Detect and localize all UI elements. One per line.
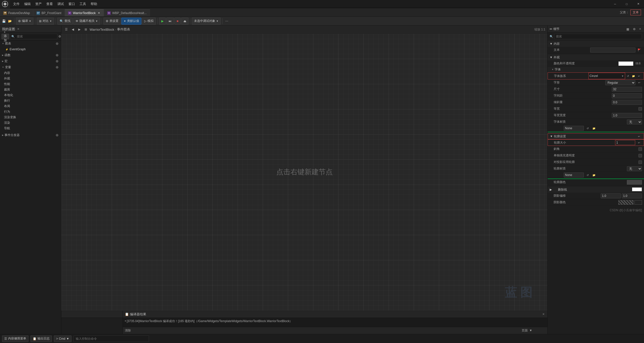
menu-debug[interactable]: 调试 <box>55 1 66 8</box>
menu-view[interactable]: 查看 <box>44 1 55 8</box>
event-dispatcher-section-header[interactable]: ▶ 事件分发器 ⊕ <box>0 132 61 138</box>
prop-font-material-refresh[interactable]: ↺ <box>585 126 590 131</box>
macros-add[interactable]: ⊕ <box>55 59 59 63</box>
event-table-back[interactable]: ◀ <box>70 27 75 32</box>
outline-section-header[interactable]: ▼ 轮廓设置 ↩ <box>548 133 644 139</box>
prop-mono-width-input[interactable] <box>612 113 642 118</box>
functions-section-header[interactable]: ▶ 函数 ⊕ <box>0 52 61 58</box>
toolbar-browse-icon[interactable]: 📂 <box>7 18 13 24</box>
macros-section-header[interactable]: ▶ 宏 ⊕ <box>0 58 61 64</box>
var-render[interactable]: 渲染 <box>0 120 61 125</box>
variables-add[interactable]: ⊕ <box>55 65 59 69</box>
prop-color-swatch[interactable] <box>618 61 633 66</box>
simulate-button[interactable]: ▷ 模拟 <box>142 18 156 25</box>
menu-file[interactable]: 文件 <box>11 1 22 8</box>
menu-help[interactable]: 帮助 <box>89 1 99 8</box>
add-button[interactable]: + 添加 <box>2 34 9 39</box>
prop-outline-material-refresh[interactable]: ↺ <box>585 173 590 178</box>
prop-font-material-input[interactable] <box>564 126 584 131</box>
prop-shadow-offset-x[interactable] <box>601 193 621 198</box>
functions-add[interactable]: ⊕ <box>55 53 59 57</box>
tab-warrior[interactable]: W WarriorTextBlock ✕ <box>65 9 104 16</box>
graphs-add[interactable]: ⊕ <box>55 41 59 46</box>
prop-sep-fill-checkbox[interactable] <box>638 154 642 157</box>
prop-outline-material-folder[interactable]: 📁 <box>591 173 597 178</box>
var-nav[interactable]: 导航 <box>0 125 61 131</box>
prop-font-size-input[interactable] <box>612 87 642 92</box>
var-performance[interactable]: 性能 <box>0 81 61 87</box>
event-table-grid[interactable]: ⊞ <box>83 27 89 32</box>
content-section-header[interactable]: ▼ 内容 <box>548 41 644 47</box>
prop-outline-size-input[interactable] <box>615 140 635 145</box>
var-behavior[interactable]: 行为 <box>0 109 61 114</box>
var-layout[interactable]: 布局 <box>0 103 61 109</box>
var-appearance[interactable]: 外观 <box>0 76 61 81</box>
tab-featdev[interactable]: 🗺 FeatureDevMap <box>0 9 33 16</box>
right-search-input[interactable] <box>554 34 642 39</box>
var-rendertransform[interactable]: 渲染变换 <box>0 114 61 120</box>
compiler-close[interactable]: ✕ <box>541 312 545 316</box>
prop-font-style-reset[interactable]: ↩ <box>636 80 642 85</box>
prop-font-style-select[interactable]: Regular <box>605 80 635 85</box>
diff-button[interactable]: ⊞ 对比 ▼ <box>37 18 54 25</box>
parent-value-box[interactable]: 文本 <box>630 10 641 15</box>
prop-text-flag[interactable]: 🚩 <box>636 47 642 53</box>
prop-bevel-checkbox[interactable] <box>638 147 642 151</box>
tab-wbp[interactable]: W WBP_DefaultBossHealt... <box>104 9 150 16</box>
eject-button[interactable]: ⏏ <box>181 18 188 25</box>
minimize-button[interactable]: ─ <box>609 0 621 8</box>
left-panel-settings[interactable]: ⚙ <box>58 34 61 39</box>
content-scroll-button[interactable]: ☰ 内容侧滑菜单 <box>2 335 28 342</box>
search-button[interactable]: 🔍 查找 <box>57 18 73 25</box>
page-selector[interactable]: 页面 ▼ <box>522 328 532 333</box>
breadcrumb-root[interactable]: WarriorTextBlock <box>90 28 114 31</box>
appearance-section-header[interactable]: ▼ 外观 <box>548 54 644 60</box>
prop-mono-checkbox[interactable] <box>638 107 642 111</box>
prop-letter-spacing-input[interactable] <box>612 93 642 98</box>
var-content[interactable]: 内容 <box>0 70 61 76</box>
variables-section-header[interactable]: ▼ 变量 ⊕ <box>0 64 61 70</box>
event-dispatcher-add[interactable]: ⊕ <box>55 133 59 137</box>
prop-color-inherit[interactable]: 继承 <box>634 62 642 65</box>
cmd-input[interactable] <box>73 335 149 342</box>
debug-target-button[interactable]: 未选中调试对象 ▼ <box>192 18 221 25</box>
prop-text-input[interactable] <box>590 48 635 53</box>
prop-shadow-outline-checkbox[interactable] <box>638 160 642 164</box>
event-table-forward[interactable]: ▶ <box>77 27 82 32</box>
tab-bpfrost[interactable]: BP BP_FrostGiant <box>33 9 65 16</box>
outline-section-reset[interactable]: ↩ <box>636 134 642 139</box>
compile-button[interactable]: ⚙ 编译 ▼ <box>16 18 33 25</box>
prop-outline-color-swatch[interactable] <box>627 180 642 185</box>
font-family-reset[interactable]: ↩ <box>636 73 642 79</box>
prop-shadow-color-swatch[interactable] <box>618 200 633 205</box>
output-log-button[interactable]: 📋 输出日志 <box>30 335 52 342</box>
strikethrough-color-swatch[interactable] <box>632 187 642 191</box>
left-search-input[interactable] <box>15 34 56 39</box>
menu-window[interactable]: 窗口 <box>66 1 77 8</box>
menu-edit[interactable]: 编辑 <box>22 1 33 8</box>
right-panel-grid[interactable]: ▦ <box>625 26 630 32</box>
prop-font-material-select[interactable]: 无 <box>627 119 642 124</box>
prop-outline-material-input[interactable] <box>564 173 584 178</box>
prop-shadow-offset-y[interactable] <box>622 193 642 198</box>
toolbar-extra-icon[interactable]: ⋯ <box>224 18 230 24</box>
font-family-refresh[interactable]: ↺ <box>625 73 631 79</box>
prop-font-material-folder[interactable]: 📁 <box>591 126 597 131</box>
font-family-folder[interactable]: 📁 <box>631 73 636 79</box>
clear-button[interactable]: 清除 <box>123 328 133 333</box>
var-clip[interactable]: 裁剪 <box>0 87 61 92</box>
class-defaults-button[interactable]: ✦ 类默认值 <box>121 18 141 25</box>
var-localization[interactable]: 本地化 <box>0 92 61 98</box>
step-button[interactable]: ⏭ <box>166 18 174 25</box>
menu-assets[interactable]: 资产 <box>33 1 44 8</box>
prop-skew-input[interactable] <box>612 100 642 105</box>
event-graph-item[interactable]: ⚡ EventGraph <box>0 47 61 52</box>
prop-outline-size-reset[interactable]: ↩ <box>636 140 642 145</box>
event-table-menu[interactable]: ☰ <box>63 27 69 32</box>
play-button[interactable]: ▶ <box>159 18 166 25</box>
toolbar-save-icon[interactable]: 💾 <box>1 18 7 24</box>
breadcrumb-current[interactable]: 事件图表 <box>117 27 130 32</box>
tab-close-warrior[interactable]: ✕ <box>97 11 101 15</box>
var-linebreak[interactable]: 换行 <box>0 98 61 103</box>
left-panel-close[interactable]: ✕ <box>16 27 20 31</box>
